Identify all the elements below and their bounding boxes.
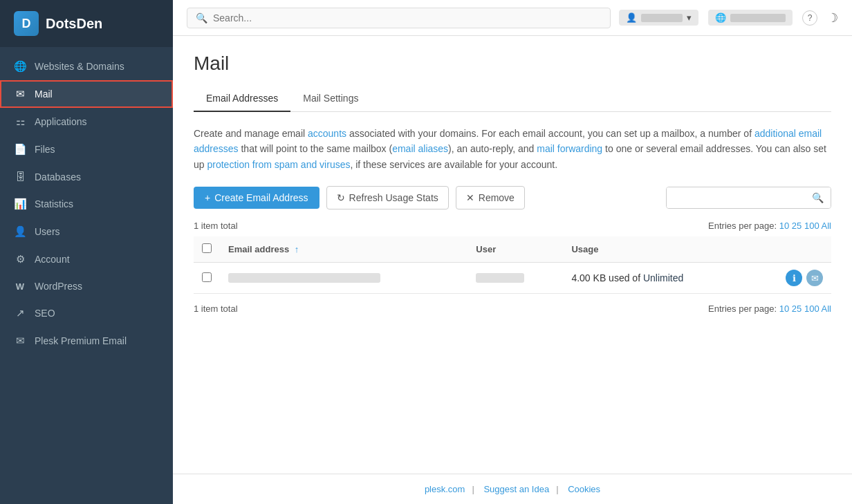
premium-mail-icon: ✉: [14, 335, 26, 347]
user-cell: [467, 263, 563, 294]
footer-plesk-link[interactable]: plesk.com: [425, 484, 465, 494]
refresh-label: Refresh Usage Stats: [349, 192, 438, 203]
sidebar: D DotsDen 🌐 Websites & Domains ✉ Mail ⚏ …: [0, 0, 173, 504]
databases-icon: 🗄: [14, 171, 26, 183]
email-cell: [220, 263, 467, 294]
email-address-col-label: Email address: [228, 244, 289, 254]
mail-icon: ✉: [14, 88, 26, 100]
forwarding-link[interactable]: mail forwarding: [537, 143, 602, 154]
create-email-label: Create Email Address: [214, 192, 308, 203]
logo-icon: D: [14, 11, 39, 36]
sidebar-item-users[interactable]: 👤 Users: [0, 218, 173, 245]
tab-email-addresses[interactable]: Email Addresses: [194, 86, 290, 112]
entries-10[interactable]: 10: [779, 221, 789, 231]
table-search-box[interactable]: 🔍: [666, 187, 831, 209]
entries-all-bottom[interactable]: All: [822, 304, 831, 314]
email-placeholder: [228, 273, 380, 283]
sidebar-item-wordpress[interactable]: W WordPress: [0, 273, 173, 299]
help-icon[interactable]: ?: [802, 10, 817, 26]
sidebar-item-statistics[interactable]: 📊 Statistics: [0, 190, 173, 218]
sidebar-item-websites-domains[interactable]: 🌐 Websites & Domains: [0, 53, 173, 80]
entries-all[interactable]: All: [822, 221, 831, 231]
email-address-header[interactable]: Email address ↑: [220, 236, 467, 263]
additional-link[interactable]: additional email addresses: [194, 128, 822, 154]
content-area: Mail Email Addresses Mail Settings Creat…: [173, 36, 852, 474]
sidebar-item-account[interactable]: ⚙ Account: [0, 245, 173, 273]
sidebar-item-mail[interactable]: ✉ Mail: [0, 80, 173, 108]
row-checkbox-cell: [194, 263, 220, 294]
items-info-top: 1 item total Entries per page: 10 25 100…: [194, 221, 831, 231]
webmail-button[interactable]: ✉: [806, 270, 823, 286]
globe-icon: 🌐: [715, 12, 726, 23]
actions-header: [752, 236, 831, 263]
header: 🔍 👤 ▾ 🌐 ? ☽: [173, 0, 852, 36]
entries-100[interactable]: 100: [804, 221, 819, 231]
plus-icon: +: [205, 192, 210, 203]
account-icon: ⚙: [14, 253, 26, 265]
info-button[interactable]: ℹ: [786, 270, 802, 286]
table-header-row: Email address ↑ User Usage: [194, 236, 831, 263]
tab-bar: Email Addresses Mail Settings: [194, 86, 831, 112]
aliases-link[interactable]: email aliases: [392, 143, 448, 154]
footer-cookies-link[interactable]: Cookies: [568, 484, 600, 494]
chevron-down-icon: ▾: [687, 12, 692, 23]
accounts-link[interactable]: accounts: [308, 128, 346, 139]
sidebar-item-applications[interactable]: ⚏ Applications: [0, 108, 173, 136]
users-icon: 👤: [14, 225, 26, 238]
statistics-icon: 📊: [14, 198, 26, 210]
theme-icon[interactable]: ☽: [827, 10, 838, 26]
sort-icon: ↑: [295, 244, 299, 254]
entries-per-page-top: Entries per page: 10 25 100 All: [708, 221, 831, 231]
entries-label: Entries per page:: [708, 221, 777, 231]
row-checkbox[interactable]: [202, 272, 212, 282]
create-email-button[interactable]: + Create Email Address: [194, 187, 320, 209]
email-table: Email address ↑ User Usage: [194, 236, 831, 294]
sidebar-item-label: Plesk Premium Email: [35, 335, 127, 346]
language-menu[interactable]: 🌐: [708, 10, 793, 26]
refresh-icon: ↻: [337, 192, 345, 203]
sidebar-item-label: Applications: [35, 116, 87, 127]
search-box[interactable]: 🔍: [187, 8, 611, 28]
remove-label: Remove: [479, 192, 515, 203]
items-total-bottom: 1 item total: [194, 304, 238, 314]
user-menu[interactable]: 👤 ▾: [619, 10, 698, 26]
items-info-bottom: 1 item total Entries per page: 10 25 100…: [194, 304, 831, 314]
entries-25[interactable]: 25: [792, 221, 802, 231]
page-description: Create and manage email accounts associa…: [194, 126, 831, 172]
search-input[interactable]: [213, 12, 602, 24]
entries-label-bottom: Entries per page:: [708, 304, 777, 314]
row-icons: ℹ ✉: [760, 270, 823, 286]
usage-header: Usage: [563, 236, 752, 263]
page-title: Mail: [194, 53, 831, 75]
sidebar-item-seo[interactable]: ↗ SEO: [0, 299, 173, 327]
entries-25-bottom[interactable]: 25: [792, 304, 802, 314]
user-placeholder: [476, 273, 524, 283]
sidebar-logo: D DotsDen: [0, 0, 173, 47]
files-icon: 📄: [14, 143, 26, 156]
protection-link[interactable]: protection from spam and viruses: [207, 159, 350, 170]
sidebar-item-label: Account: [35, 254, 70, 265]
seo-icon: ↗: [14, 307, 26, 319]
entries-per-page-bottom: Entries per page: 10 25 100 All: [708, 304, 831, 314]
sidebar-item-label: SEO: [35, 308, 55, 319]
usage-limit: Unlimited: [643, 272, 683, 283]
footer-suggest-link[interactable]: Suggest an Idea: [483, 484, 549, 494]
select-all-header: [194, 236, 220, 263]
sidebar-nav: 🌐 Websites & Domains ✉ Mail ⚏ Applicatio…: [0, 47, 173, 504]
table-search-icon: 🔍: [805, 187, 831, 208]
remove-button[interactable]: ✕ Remove: [456, 186, 525, 209]
sidebar-item-label: Users: [35, 226, 60, 237]
tab-mail-settings[interactable]: Mail Settings: [290, 86, 371, 112]
refresh-usage-button[interactable]: ↻ Refresh Usage Stats: [326, 186, 449, 209]
table-search-input[interactable]: [667, 187, 805, 208]
sidebar-item-plesk-premium-email[interactable]: ✉ Plesk Premium Email: [0, 327, 173, 355]
sidebar-item-label: Websites & Domains: [35, 61, 124, 72]
user-header: User: [467, 236, 563, 263]
websites-icon: 🌐: [14, 60, 26, 73]
select-all-checkbox[interactable]: [202, 243, 212, 253]
entries-100-bottom[interactable]: 100: [804, 304, 819, 314]
sidebar-item-databases[interactable]: 🗄 Databases: [0, 163, 173, 190]
main-area: 🔍 👤 ▾ 🌐 ? ☽ Mail Email Ad: [173, 0, 852, 504]
entries-10-bottom[interactable]: 10: [779, 304, 789, 314]
sidebar-item-files[interactable]: 📄 Files: [0, 136, 173, 163]
